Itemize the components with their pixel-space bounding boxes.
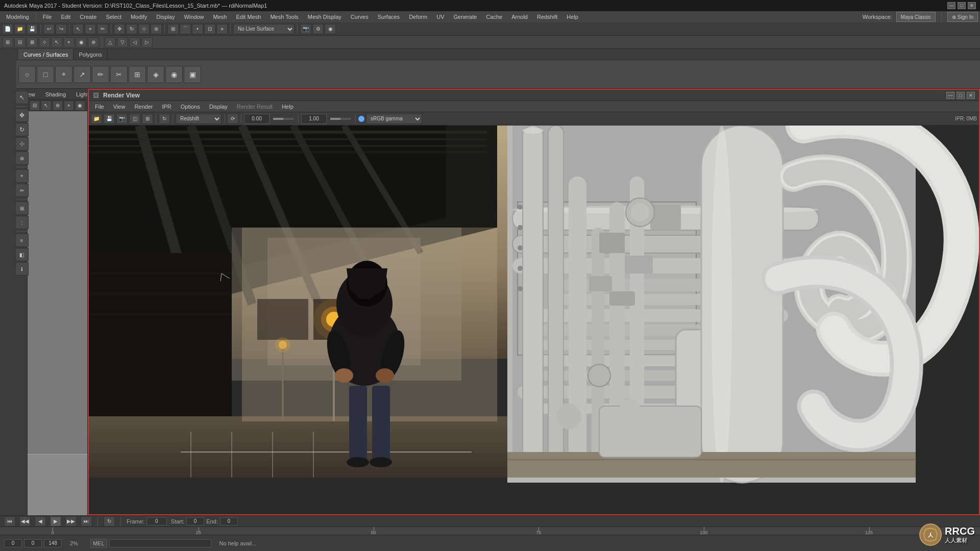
snap-curve-btn[interactable]: ⌒	[180, 24, 191, 34]
ctx-btn-4[interactable]: ⊹	[39, 37, 50, 47]
shelf-icon-2[interactable]: □	[37, 66, 54, 83]
menu-arnold[interactable]: Arnold	[507, 13, 532, 21]
snap-grid-btn[interactable]: ⊞	[167, 24, 179, 34]
undo-btn[interactable]: ↩	[43, 24, 55, 34]
panel-tab-lighting[interactable]: Lighting	[71, 90, 88, 99]
tool-snap[interactable]: ⊞	[15, 202, 29, 215]
ctx-btn-11[interactable]: ◁	[129, 37, 140, 47]
shelf-icon-6[interactable]: ✂	[110, 66, 128, 83]
menu-uv[interactable]: UV	[432, 13, 448, 21]
loop-btn[interactable]: ↻	[104, 516, 115, 527]
rv-close-btn[interactable]: ✕	[967, 92, 975, 99]
open-scene-btn[interactable]: 📁	[14, 24, 26, 34]
live-surface-dropdown[interactable]: No Live Surface	[233, 24, 295, 34]
menu-edit-mesh[interactable]: Edit Mesh	[232, 13, 265, 21]
menu-surfaces[interactable]: Surfaces	[374, 13, 404, 21]
panel-tool-2[interactable]: ⊟	[30, 101, 40, 111]
tool-rotate[interactable]: ↻	[15, 123, 29, 136]
rv-ipr-btn[interactable]: ⟳	[227, 114, 238, 124]
menu-redshift[interactable]: Redshift	[533, 13, 561, 21]
rv-snap-btn[interactable]: 📷	[116, 114, 128, 124]
range-playback-input[interactable]	[44, 539, 62, 547]
menu-file[interactable]: File	[39, 13, 56, 21]
rv-exposure-slider[interactable]	[273, 118, 293, 120]
go-end-btn[interactable]: ⏭	[81, 516, 92, 527]
prev-key-btn[interactable]: ◀◀	[19, 516, 31, 527]
timeline-ruler[interactable]: 0 25 50 75 100 125	[0, 527, 980, 535]
menu-mesh-tools[interactable]: Mesh Tools	[266, 13, 302, 21]
tool-universal[interactable]: ⊛	[15, 152, 29, 165]
rv-menu-render[interactable]: Render	[130, 103, 157, 111]
go-start-btn[interactable]: ⏮	[4, 516, 15, 527]
range-end-input[interactable]	[24, 539, 42, 547]
rv-display-btn[interactable]: ⊞	[142, 114, 153, 124]
redo-btn[interactable]: ↪	[56, 24, 67, 34]
menu-create[interactable]: Create	[76, 13, 101, 21]
tool-info[interactable]: ℹ	[15, 262, 29, 276]
rv-gamma-slider[interactable]	[330, 118, 351, 120]
rv-colorspace-btn[interactable]	[358, 116, 364, 122]
shelf-tab-curves-surfaces[interactable]: Curves / Surfaces	[18, 49, 74, 60]
menu-curves[interactable]: Curves	[347, 13, 373, 21]
anim-end-input[interactable]	[220, 517, 238, 525]
rv-exposure-input[interactable]	[244, 114, 270, 124]
menu-display[interactable]: Display	[152, 13, 179, 21]
mel-input[interactable]	[109, 539, 211, 547]
lasso-mode-btn[interactable]: ⌖	[85, 24, 96, 34]
ctx-btn-5[interactable]: ↖	[51, 37, 62, 47]
tool-soft[interactable]: ⌖	[15, 169, 29, 183]
current-frame-input[interactable]	[146, 517, 167, 525]
minimize-button[interactable]: —	[947, 2, 955, 9]
rv-menu-help[interactable]: Help	[278, 103, 298, 111]
maximize-button[interactable]: □	[958, 2, 966, 9]
range-start-input[interactable]	[4, 539, 22, 547]
tool-select[interactable]: ↖	[15, 91, 29, 104]
rv-minimize-btn[interactable]: —	[946, 92, 954, 99]
panel-tab-shading[interactable]: Shading	[41, 90, 70, 99]
menu-edit[interactable]: Edit	[57, 13, 75, 21]
rv-save-btn[interactable]: 💾	[104, 114, 115, 124]
rv-menu-file[interactable]: File	[91, 103, 108, 111]
shelf-icon-8[interactable]: ◈	[147, 66, 164, 83]
menu-help[interactable]: Help	[562, 13, 582, 21]
render-settings-btn[interactable]: ⚙	[312, 24, 324, 34]
tool-move[interactable]: ✥	[15, 109, 29, 122]
ctx-btn-2[interactable]: ⊟	[14, 37, 26, 47]
rv-maximize-btn[interactable]: □	[957, 92, 965, 99]
tool-scale[interactable]: ⊹	[15, 137, 29, 151]
rv-gamma-input[interactable]	[301, 114, 327, 124]
ctx-btn-8[interactable]: ⊛	[88, 37, 99, 47]
new-scene-btn[interactable]: 📄	[2, 24, 13, 34]
ctx-btn-7[interactable]: ◉	[76, 37, 87, 47]
panel-tool-6[interactable]: ◉	[75, 101, 85, 111]
tool-attr[interactable]: ⋮	[15, 216, 29, 229]
rotate-tool-btn[interactable]: ↻	[126, 24, 137, 34]
menu-deform[interactable]: Deform	[405, 13, 431, 21]
scale-tool-btn[interactable]: ⊹	[138, 24, 150, 34]
rv-menu-view[interactable]: View	[109, 103, 130, 111]
rv-menu-display[interactable]: Display	[205, 103, 232, 111]
panel-tool-3[interactable]: ↖	[41, 101, 51, 111]
menu-mesh[interactable]: Mesh	[209, 13, 231, 21]
rv-menu-options[interactable]: Options	[177, 103, 204, 111]
menu-cache[interactable]: Cache	[482, 13, 506, 21]
camera-settings-btn[interactable]: 📷	[300, 24, 311, 34]
move-tool-btn[interactable]: ✥	[114, 24, 125, 34]
play-btn[interactable]: ▶	[50, 516, 61, 527]
ctx-btn-1[interactable]: ⊞	[2, 37, 13, 47]
snap-view-btn[interactable]: ⊡	[204, 24, 215, 34]
next-key-btn[interactable]: ▶▶	[65, 516, 77, 527]
rv-colorspace-dropdown[interactable]: sRGB gamma	[366, 114, 422, 124]
play-back-btn[interactable]: ◀	[35, 516, 46, 527]
menu-modify[interactable]: Modify	[127, 13, 151, 21]
shelf-icon-1[interactable]: ○	[18, 66, 36, 83]
select-mode-btn[interactable]: ↖	[72, 24, 84, 34]
rv-renderer-dropdown[interactable]: Redshift	[176, 114, 222, 124]
paint-mode-btn[interactable]: ✏	[97, 24, 108, 34]
panel-tool-4[interactable]: ⊛	[53, 101, 63, 111]
close-button[interactable]: ✕	[968, 2, 976, 9]
menu-generate[interactable]: Generate	[449, 13, 481, 21]
rv-refresh-btn[interactable]: ↻	[159, 114, 170, 124]
render-btn[interactable]: ◉	[325, 24, 336, 34]
universal-manip-btn[interactable]: ⊛	[151, 24, 162, 34]
